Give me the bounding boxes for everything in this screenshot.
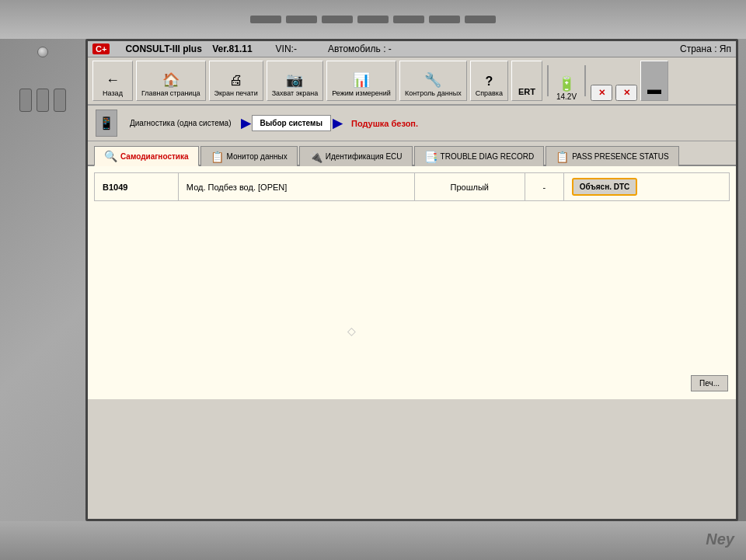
back-button[interactable]: ← Назад — [92, 61, 133, 101]
top-bezel — [0, 0, 746, 39]
main-content: B1049 Мод. Подбез вод. [OPEN] Прошлый - … — [88, 166, 736, 399]
ert-button[interactable]: ERT — [511, 61, 542, 101]
extra-button[interactable]: ▬ — [640, 61, 668, 101]
trouble-icon: 📑 — [424, 151, 437, 163]
bezel-slot — [322, 16, 353, 23]
dtc-status: Прошлый — [414, 173, 525, 201]
breadcrumb-arrow-1: ▶ — [241, 116, 250, 130]
print-screen-label: Экран печати — [214, 90, 258, 98]
battery-icon: 🔋 — [556, 75, 577, 92]
breadcrumb-system-select: Выбор системы — [252, 115, 331, 131]
control-icon: 🔧 — [424, 71, 441, 89]
voltage-display: 🔋 14.2V — [553, 75, 580, 101]
capture-label: Захват экрана — [272, 90, 319, 98]
bottom-bezel — [0, 521, 746, 560]
trouble-label: TROUBLE DIAG RECORD — [441, 152, 535, 161]
bezel-button — [54, 89, 66, 112]
explain-dtc-button[interactable]: Объясн. DTC — [572, 178, 638, 196]
laptop-bezel: Ney C+ CONSULT-III plus Ver.81.11 VIN:- … — [0, 0, 746, 560]
bezel-button — [37, 89, 49, 112]
dtc-code: B1049 — [95, 173, 179, 201]
ecu-icon: 🔌 — [309, 151, 322, 163]
app-logo: C+ — [92, 43, 110, 54]
vi-icon: ✕ — [598, 88, 605, 98]
bottom-area: Печ... — [691, 375, 728, 391]
bezel-slot — [465, 16, 496, 23]
home-button[interactable]: 🏠 Главная страница — [136, 61, 206, 101]
extra-icon: ▬ — [647, 82, 661, 98]
breadcrumb-bar: 📱 Диагностика (одна система) ▶ Выбор сис… — [88, 106, 736, 141]
help-label: Справка — [476, 90, 503, 98]
corner-text: Ney — [706, 530, 734, 548]
bezel-slot — [286, 16, 317, 23]
device-icon: 📱 — [96, 110, 117, 137]
ert-icon: ERT — [518, 87, 535, 96]
bezel-slot — [357, 16, 389, 23]
bezel-buttons — [19, 89, 66, 112]
dtc-table: B1049 Мод. Подбез вод. [OPEN] Прошлый - … — [94, 172, 730, 201]
help-icon: ? — [485, 75, 493, 89]
bezel-slot — [393, 16, 424, 23]
control-button[interactable]: 🔧 Контроль данных — [399, 61, 467, 101]
vin-display: VIN:- — [276, 43, 297, 54]
country-display: Страна : Яп — [680, 43, 731, 54]
printer-icon: 🖨 — [229, 72, 243, 89]
tab-pass-presence[interactable]: 📋 PASS PRESENCE STATUS — [546, 146, 678, 166]
back-icon: ← — [106, 72, 120, 89]
breadcrumb-diagnostics: Диагностика (одна система) — [122, 116, 239, 130]
monitor-icon: 📋 — [211, 151, 224, 163]
bezel-screw — [37, 47, 48, 57]
print-screen-button[interactable]: 🖨 Экран печати — [209, 61, 263, 101]
tab-ecu-id[interactable]: 🔌 Идентификация ECU — [299, 146, 413, 166]
bezel-slot — [250, 16, 281, 23]
mi-icon: ✕ — [623, 88, 630, 98]
dtc-dash: - — [525, 173, 563, 201]
diamond-mark: ◇ — [347, 325, 356, 337]
breadcrumb-airbag: Подушка безоп. — [343, 116, 426, 131]
toolbar-divider2 — [584, 65, 586, 96]
pass-label: PASS PRESENCE STATUS — [572, 152, 668, 161]
home-icon: 🏠 — [162, 71, 180, 89]
left-bezel — [0, 0, 85, 560]
dtc-action-cell: Объясн. DTC — [563, 173, 729, 201]
camera-icon: 📷 — [286, 71, 303, 89]
tab-self-diag[interactable]: 🔍 Самодиагностика — [94, 146, 199, 166]
bezel-slot — [429, 16, 460, 23]
title-bar: C+ CONSULT-III plus Ver.81.11 VIN:- Авто… — [88, 41, 736, 57]
tab-monitor[interactable]: 📋 Монитор данных — [200, 146, 298, 166]
measure-button[interactable]: 📊 Режим измерений — [326, 61, 396, 101]
app-name: CONSULT-III plus Ver.81.11 — [125, 43, 252, 54]
print-button[interactable]: Печ... — [691, 375, 728, 391]
mi-button[interactable]: ✕ — [615, 85, 637, 101]
tabs-row: 🔍 Самодиагностика 📋 Монитор данных 🔌 Иде… — [88, 141, 736, 166]
screen-area: C+ CONSULT-III plus Ver.81.11 VIN:- Авто… — [85, 39, 738, 521]
toolbar: ← Назад 🏠 Главная страница 🖨 Экран печат… — [88, 57, 736, 106]
self-diag-label: Самодиагностика — [120, 152, 189, 161]
vi-button[interactable]: ✕ — [591, 85, 612, 101]
control-label: Контроль данных — [405, 90, 462, 98]
home-label: Главная страница — [141, 90, 200, 98]
ecu-label: Идентификация ECU — [326, 152, 403, 161]
tab-trouble-diag[interactable]: 📑 TROUBLE DIAG RECORD — [414, 146, 545, 166]
auto-display: Автомобиль : - — [328, 43, 392, 54]
dtc-description: Мод. Подбез вод. [OPEN] — [178, 173, 414, 201]
help-button[interactable]: ? Справка — [470, 61, 508, 101]
measure-icon: 📊 — [353, 71, 370, 89]
pass-icon: 📋 — [556, 151, 569, 163]
measure-label: Режим измерений — [332, 90, 391, 98]
back-label: Назад — [103, 90, 123, 98]
monitor-label: Монитор данных — [227, 152, 288, 161]
bezel-button — [19, 89, 32, 112]
breadcrumb-arrow-2: ▶ — [333, 116, 342, 130]
table-row: B1049 Мод. Подбез вод. [OPEN] Прошлый - … — [95, 173, 730, 201]
self-diag-icon: 🔍 — [104, 150, 117, 162]
capture-button[interactable]: 📷 Захват экрана — [267, 61, 324, 101]
toolbar-divider — [547, 65, 549, 96]
